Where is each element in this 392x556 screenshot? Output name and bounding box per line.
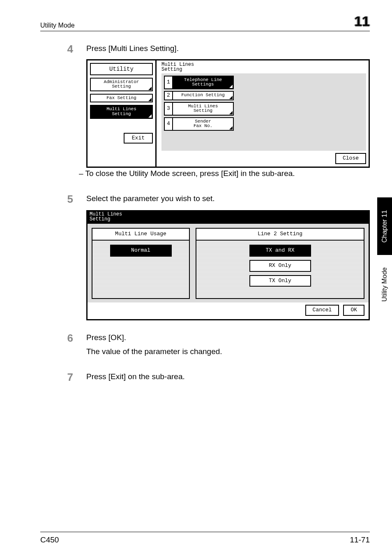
step-6-number: 6 xyxy=(40,332,73,359)
sidebar-item-admin-setting[interactable]: Administrator Setting xyxy=(90,78,153,91)
col-head-line-2-setting: Line 2 Setting xyxy=(196,229,364,241)
step-6-text2: The value of the parameter is changed. xyxy=(86,346,370,357)
item-number: 2 xyxy=(164,91,172,100)
exit-button[interactable]: Exit xyxy=(124,133,153,144)
utility-title: Utility xyxy=(90,63,153,75)
main-title: Multi Lines Setting xyxy=(161,62,366,72)
item-number: 3 xyxy=(164,102,172,116)
side-chapter-label: Chapter 11 xyxy=(377,197,392,255)
cancel-button[interactable]: Cancel xyxy=(305,305,339,316)
chevron-icon xyxy=(148,114,152,118)
chevron-icon xyxy=(148,98,152,101)
menu-item-label: Multi Lines Setting xyxy=(188,104,218,114)
menu-item-sender-fax-no[interactable]: Sender Fax No. xyxy=(172,117,234,131)
screen-multi-lines-parameter: Multi Lines Setting Multi Line Usage Nor… xyxy=(86,210,370,320)
option-tx-only[interactable]: TX Only xyxy=(249,275,311,287)
menu-item-function-setting[interactable]: Function Setting xyxy=(172,91,234,100)
step-5-number: 5 xyxy=(40,193,73,320)
page-header: Utility Mode 11 xyxy=(40,13,370,31)
chevron-icon xyxy=(229,85,233,88)
sidebar-item-label: Fax Setting xyxy=(106,95,136,100)
step-4-number: 4 xyxy=(40,43,73,181)
chevron-icon xyxy=(229,96,233,99)
option-tx-and-rx[interactable]: TX and RX xyxy=(249,245,311,257)
page-footer: C450 11-71 xyxy=(40,532,370,544)
option-rx-only[interactable]: RX Only xyxy=(249,260,311,272)
sidebar-item-multi-lines-setting[interactable]: Multi Lines Setting xyxy=(90,105,153,118)
header-title: Utility Mode xyxy=(40,22,75,29)
menu-item-telephone-line-settings[interactable]: Telephone Line Settings xyxy=(172,76,234,89)
close-button[interactable]: Close xyxy=(335,153,366,164)
menu-item-label: Sender Fax No. xyxy=(194,119,212,129)
side-mode-label: Utility Mode xyxy=(381,267,388,302)
step-6-text: Press [OK]. xyxy=(86,332,370,343)
side-tab: Chapter 11 Utility Mode xyxy=(377,197,392,321)
footer-left: C450 xyxy=(40,535,59,544)
sidebar-item-label: Multi Lines Setting xyxy=(106,107,136,116)
step-5-text: Select the parameter you wish to set. xyxy=(86,193,370,204)
step-4-text: Press [Multi Lines Setting]. xyxy=(86,43,370,54)
screen-utility-multi-lines: Utility Administrator Setting Fax Settin… xyxy=(86,59,370,168)
footer-right: 11-71 xyxy=(350,535,370,544)
step-7-text: Press [Exit] on the sub-area. xyxy=(86,371,370,382)
menu-item-label: Function Setting xyxy=(181,93,225,97)
item-number: 1 xyxy=(164,76,172,89)
step-7-number: 7 xyxy=(40,371,73,385)
item-number: 4 xyxy=(164,117,172,131)
menu-item-label: Telephone Line Settings xyxy=(184,77,222,87)
menu-item-multi-lines-setting[interactable]: Multi Lines Setting xyxy=(172,102,234,116)
step-4-subtext: – To close the Utility Mode screen, pres… xyxy=(86,168,370,179)
ok-button[interactable]: OK xyxy=(343,305,364,316)
chevron-icon xyxy=(229,111,233,114)
sidebar-item-fax-setting[interactable]: Fax Setting xyxy=(90,94,153,103)
chevron-icon xyxy=(229,126,233,130)
sidebar-item-label: Administrator Setting xyxy=(104,79,139,89)
chapter-number: 11 xyxy=(354,13,370,29)
screen2-title: Multi Lines Setting xyxy=(86,210,370,224)
chevron-icon xyxy=(148,87,152,90)
option-normal[interactable]: Normal xyxy=(110,245,172,257)
col-head-multi-line-usage: Multi Line Usage xyxy=(92,229,189,241)
